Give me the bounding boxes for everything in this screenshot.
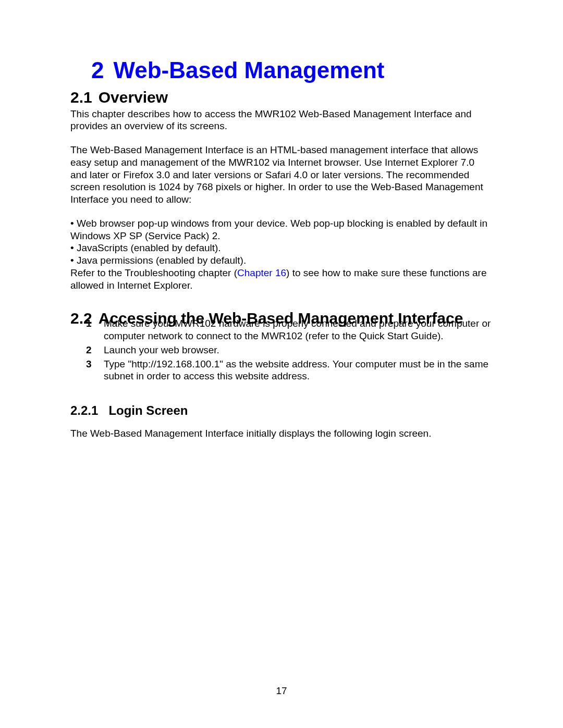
chapter-title: 2Web-Based Management bbox=[70, 57, 493, 84]
step-text: Make sure your MWR102 hardware is proper… bbox=[104, 317, 493, 342]
step-number: 1 bbox=[86, 317, 104, 342]
page-number: 17 bbox=[0, 685, 563, 697]
paragraph: This chapter describes how to access the… bbox=[70, 108, 493, 133]
step-number: 2 bbox=[86, 344, 104, 356]
section-block: 2.2Accessing the Web-Based Management In… bbox=[70, 309, 493, 440]
subsection-title-text: Login Screen bbox=[108, 403, 188, 417]
step-text: Type "http://192.168.100.1" as the websi… bbox=[104, 358, 493, 383]
section-title-text: Overview bbox=[99, 89, 168, 106]
chapter-number: 2 bbox=[91, 57, 104, 84]
text-run: Refer to the Troubleshooting chapter ( bbox=[70, 267, 237, 278]
subsection-heading-login-screen: 2.2.1Login Screen bbox=[70, 403, 493, 418]
bullet-list: • Web browser pop-up windows from your d… bbox=[70, 217, 493, 267]
chapter-title-text: Web-Based Management bbox=[113, 57, 384, 83]
paragraph: Refer to the Troubleshooting chapter (Ch… bbox=[70, 267, 493, 292]
paragraph: The Web-Based Management Interface initi… bbox=[70, 427, 493, 440]
bullet-item: • JavaScripts (enabled by default). bbox=[70, 242, 493, 254]
section-number: 2.1 bbox=[70, 88, 92, 107]
bullet-item: • Web browser pop-up windows from your d… bbox=[70, 217, 493, 242]
step-item: 1 Make sure your MWR102 hardware is prop… bbox=[86, 317, 493, 342]
step-item: 3 Type "http://192.168.100.1" as the web… bbox=[86, 358, 493, 383]
section-heading-overview: 2.1Overview bbox=[70, 88, 493, 107]
step-text: Launch your web browser. bbox=[104, 344, 219, 356]
document-page: 2Web-Based Management 2.1Overview This c… bbox=[0, 0, 563, 728]
step-number: 3 bbox=[86, 358, 104, 383]
paragraph: The Web-Based Management Interface is an… bbox=[70, 144, 493, 206]
subsection-number: 2.2.1 bbox=[70, 403, 98, 418]
step-item: 2 Launch your web browser. bbox=[86, 344, 493, 356]
numbered-steps: 1 Make sure your MWR102 hardware is prop… bbox=[86, 317, 493, 382]
bullet-item: • Java permissions (enabled by default). bbox=[70, 254, 493, 267]
cross-reference-link[interactable]: Chapter 16 bbox=[237, 267, 286, 278]
